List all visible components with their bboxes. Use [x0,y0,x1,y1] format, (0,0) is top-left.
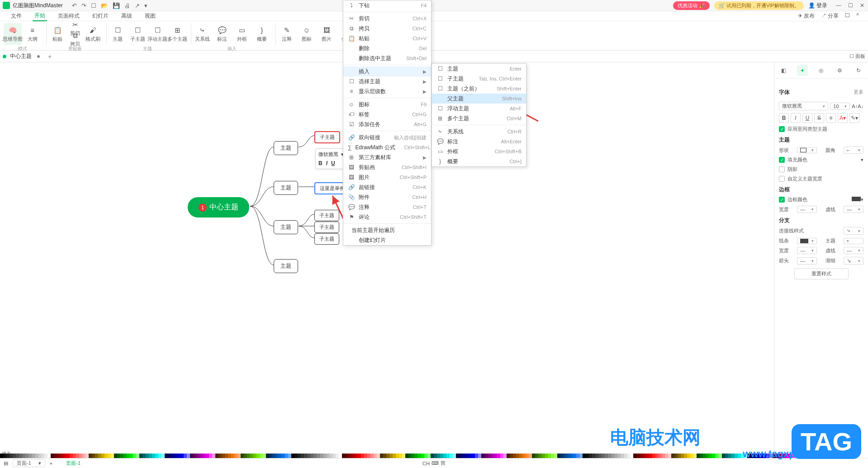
shape-select[interactable]: ▾ [797,147,817,153]
menu-item[interactable]: 删除Del [343,43,431,53]
menu-item[interactable]: ∑EdrawMath 公式Ctrl+Shift+L [343,142,431,152]
menu-view[interactable]: 视图 [143,11,157,21]
center-node[interactable]: 1 中心主题 [188,197,249,217]
menu-item[interactable]: 🔗双向链接输入@或[[创建 [343,132,431,142]
callout-button[interactable]: 💬标注 [213,23,231,45]
minimize-button[interactable]: — [835,2,842,9]
underline-button[interactable]: U [802,113,812,123]
panel-style-icon[interactable]: ✦ [797,65,808,76]
apply-same-checkbox[interactable]: ✓应用至同类型主题 [779,126,863,132]
menu-item[interactable]: ☑添加任务Alt+G [343,119,431,129]
menu-advanced[interactable]: 高级 [119,11,134,21]
page-selector[interactable]: 页面-1▾ [13,459,45,467]
menu-item[interactable]: 🔗超链接Ctrl+K [343,182,431,192]
panel-history-icon[interactable]: ↻ [853,65,864,76]
menu-item[interactable]: 📋粘贴Ctrl+V [343,33,431,43]
add-page-button[interactable]: + [50,461,52,466]
open-icon[interactable]: 📂 [101,2,108,9]
menu-item[interactable]: ▭外框Ctrl+Shift+B [432,147,526,156]
menu-item[interactable]: ☐浮动主题Alt+F [432,104,526,113]
border-width-select[interactable]: —▾ [797,206,817,213]
border-color-checkbox[interactable]: ✓边框颜色▾ [779,196,863,203]
multi-topic-button[interactable]: ⊞多个主题 [168,23,186,45]
menu-item[interactable]: ⤷关系线Ctrl+R [432,127,526,137]
menu-item[interactable]: }概要Ctrl+] [432,156,526,166]
menu-item[interactable]: ⚑评论Ctrl+Shift+T [343,212,431,222]
page-tab[interactable]: 页面-1 [66,460,81,467]
reset-style-button[interactable]: 重置样式 [794,268,849,279]
publish-button[interactable]: ✈ 发布 [798,12,815,20]
more-link[interactable]: 更多 [854,89,863,95]
menu-item[interactable]: ✂剪切Ctrl+X [343,14,431,24]
connector-style-select[interactable]: ⤷▾ [844,227,863,235]
pages-icon[interactable]: ▤ [4,460,8,466]
topic-node[interactable]: 主题 [274,259,298,273]
panel-toggle[interactable]: ☐ 面板 [849,53,865,60]
decrease-font-icon[interactable]: A↓ [858,104,863,109]
subtopic-node[interactable]: 子主题 [314,233,339,245]
lang-indicator[interactable]: CH [422,461,430,466]
relation-button[interactable]: ⤷关系线 [193,23,211,45]
subtopic-button[interactable]: ☐子主题 [128,23,147,45]
topic-node[interactable]: 主题 [274,181,298,195]
close-button[interactable]: ✕ [859,2,865,9]
fill-color-select[interactable]: ▾ [861,157,863,163]
promo-badge[interactable]: 优惠活动 🎉 [673,1,710,10]
new-icon[interactable]: ☐ [91,2,96,9]
ime-mode[interactable]: 简 [441,460,446,467]
font-family-select[interactable]: 微软雅黑▾ [779,102,828,110]
increase-font-icon[interactable]: A↑ [852,104,858,109]
context-submenu-insert[interactable]: ☐主题Enter☐子主题Tab, Ins, Ctrl+Enter☐主题（之前）S… [432,63,526,167]
collapse-ribbon-icon[interactable]: ^ [856,12,859,20]
italic-button[interactable]: I [791,113,801,123]
color-palette[interactable] [0,454,868,458]
subtopic-node[interactable]: 子主题 [314,131,340,143]
menu-item[interactable]: ☺图标F9 [343,99,431,109]
menu-item[interactable]: 创建幻灯片 [343,235,431,245]
floating-topic-button[interactable]: ☐浮动主题 [148,23,166,45]
print-icon[interactable]: 🖨 [124,2,130,9]
paste-button[interactable]: 📋粘贴 [48,23,66,45]
share-button[interactable]: ↗ 分享 [821,12,839,20]
export-icon[interactable]: ↗ [135,2,140,9]
branch-width-select[interactable]: —▾ [797,247,817,254]
qat-more-icon[interactable]: ▾ [144,2,147,9]
menu-item[interactable]: 💬注释Ctrl+T [343,202,431,212]
icon-button[interactable]: ☺图标 [298,23,316,45]
bold-button[interactable]: B [779,113,789,123]
bold-button[interactable]: B [318,160,323,166]
outline-mode-button[interactable]: ≡大纲 [24,23,42,45]
menu-item[interactable]: 删除选中主题Shift+Del [343,53,431,63]
menu-item[interactable]: ☐主题Enter [432,64,526,74]
underline-button[interactable]: U [331,160,335,166]
save-icon[interactable]: 💾 [113,2,120,9]
menu-pagestyle[interactable]: 页面样式 [56,11,81,21]
menu-item[interactable]: 💬标注Alt+Enter [432,137,526,147]
subtopic-node[interactable]: 子主题 [314,210,339,221]
menu-slides[interactable]: 幻灯片 [90,11,110,21]
menu-item[interactable]: 父主题Shift+Ins [432,94,526,104]
strike-button[interactable]: S [814,113,824,123]
new-tab-button[interactable]: + [48,53,52,60]
image-button[interactable]: 🖼图片 [318,23,336,45]
redo-icon[interactable]: ↷ [81,2,86,9]
menu-item[interactable]: ☐选择主题▶ [343,76,431,86]
shadow-checkbox[interactable]: 阴影 [779,166,863,173]
menu-item[interactable]: ⤵下钻F4 [343,0,431,10]
maximize-button[interactable]: ☐ [847,2,854,9]
highlight-button[interactable]: ✎▾ [849,113,859,123]
summary-button[interactable]: }概要 [253,23,271,45]
menu-item[interactable]: ☐子主题Tab, Ins, Ctrl+Enter [432,74,526,84]
branch-dash-select[interactable]: —▾ [844,247,863,254]
border-dash-select[interactable]: —▾ [844,206,863,213]
help-icon[interactable]: ☐ [845,12,850,20]
menu-item[interactable]: 🖼图片Ctrl+Shift+P [343,172,431,182]
subtopic-node[interactable]: 子主题 [314,222,339,233]
fill-checkbox[interactable]: ✓填充颜色▾ [779,156,863,163]
menu-item[interactable]: 🏷标签Ctrl+G [343,109,431,119]
menu-file[interactable]: 文件 [9,11,24,21]
panel-tag-icon[interactable]: ◎ [816,65,826,76]
italic-button[interactable]: I [326,160,327,166]
tab-title[interactable]: 中心主题 [10,52,32,60]
panel-settings-icon[interactable]: ⚙ [835,65,845,76]
